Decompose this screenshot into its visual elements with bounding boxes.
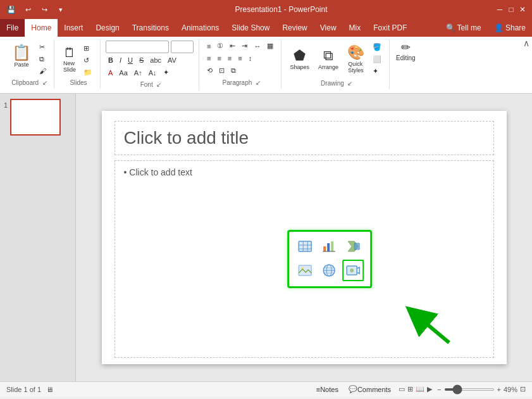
menu-slideshow[interactable]: Slide Show [225,19,276,37]
menu-review[interactable]: Review [276,19,313,37]
presenter-view-button[interactable]: ▶ [427,385,432,393]
slide-thumbnail[interactable] [10,99,61,136]
content-placeholder-text: Click to add text [129,167,192,177]
shapes-button[interactable]: ⬟ Shapes [287,41,312,77]
close-button[interactable]: ✕ [518,5,527,14]
section-button[interactable]: 📁 [81,67,95,78]
menu-foxit[interactable]: Foxit PDF [367,19,413,37]
copy-button[interactable]: ⧉ [37,54,49,65]
menu-transitions[interactable]: Transitions [126,19,175,37]
slide-sorter-button[interactable]: ⊞ [407,385,413,393]
menu-insert[interactable]: Insert [58,19,89,37]
slide-canvas[interactable]: Click to add title • Click to add text [102,111,507,364]
zoom-in-button[interactable]: + [497,386,501,393]
bold-button[interactable]: B [106,55,116,65]
line-spacing-button[interactable]: ↕ [246,53,255,63]
normal-view-button[interactable]: ▭ [399,385,405,393]
decrease-indent-button[interactable]: ⇤ [227,41,238,51]
menu-file[interactable]: File [0,19,25,37]
text-direction-button[interactable]: ⟲ [204,65,215,76]
view-controls: ▭ ⊞ 📖 ▶ [399,385,432,393]
reset-button[interactable]: ↺ [81,55,95,66]
align-text-button[interactable]: ⊡ [216,65,227,76]
paste-label: Paste [14,61,28,68]
new-slide-button[interactable]: 🗒 NewSlide [59,41,80,78]
font-color-button[interactable]: A [106,68,115,78]
notes-button[interactable]: ≡ Notes [314,384,341,395]
save-qat-button[interactable]: 💾 [5,3,18,16]
effects-button[interactable]: ✦ [370,66,384,77]
rtl-button[interactable]: ↔ [251,41,263,51]
menu-design[interactable]: Design [89,19,125,37]
share-button[interactable]: 👤 Share [488,19,532,37]
comments-label: Comments [357,386,391,393]
align-center-button[interactable]: ≡ [214,53,223,63]
slide-layout-button[interactable]: ⊞ [81,43,95,54]
svg-rect-6 [327,243,330,251]
text-case-button[interactable]: Aa [116,68,130,78]
status-bar: Slide 1 of 1 🖥 ≡ Notes 💬 Comments ▭ ⊞ 📖 … [0,381,532,396]
text-shadow-button[interactable]: abc [147,55,164,65]
justify-button[interactable]: ≡ [235,53,244,63]
zoom-slider[interactable] [444,388,495,391]
underline-button[interactable]: U [125,55,135,65]
maximize-button[interactable]: □ [507,5,516,14]
app-title: Presentation1 - PowerPoint [67,5,495,14]
minimize-button[interactable]: ─ [495,5,504,14]
italic-button[interactable]: I [117,55,124,65]
undo-qat-button[interactable]: ↩ [22,3,34,16]
align-right-button[interactable]: ≡ [225,53,234,63]
columns-button[interactable]: ▦ [264,41,276,51]
redo-qat-button[interactable]: ↪ [38,3,51,16]
insert-table-button[interactable] [294,236,316,257]
menu-bar: File Home Insert Design Transitions Anim… [0,19,532,37]
strikethrough-button[interactable]: S [137,55,146,65]
menu-view[interactable]: View [314,19,343,37]
menu-mix[interactable]: Mix [343,19,368,37]
comments-button[interactable]: 💬 Comments [346,384,393,395]
insert-online-picture-button[interactable] [318,260,340,281]
arrange-label: Arrange [318,64,338,70]
customize-qat-button[interactable]: ▾ [54,3,67,16]
numbering-button[interactable]: ① [214,41,226,51]
increase-font-button[interactable]: A↑ [132,68,145,78]
font-size-input[interactable] [171,41,194,53]
quick-styles-button[interactable]: 🎨 QuickStyles [344,41,368,77]
editing-section[interactable]: ✏ Editing [392,39,419,63]
arrange-button[interactable]: ⧉ Arrange [315,41,342,77]
slide-thumb-wrapper: 1 [4,99,71,136]
reading-view-button[interactable]: 📖 [416,385,424,393]
title-bar-left: 💾 ↩ ↪ ▾ [5,3,67,16]
decrease-font-button[interactable]: A↓ [146,68,159,78]
svg-point-19 [350,269,354,272]
font-name-input[interactable] [106,41,169,53]
zoom-level[interactable]: 49% [504,386,517,393]
tell-me-button[interactable]: 🔍 Tell me [440,19,488,37]
insert-video-button[interactable] [342,260,364,281]
increase-indent-button[interactable]: ⇥ [239,41,250,51]
outline-button[interactable]: ⬜ [370,54,384,65]
new-slide-label: NewSlide [63,60,76,73]
collapse-ribbon-button[interactable]: ∧ [523,38,529,48]
paste-button[interactable]: 📋 Paste [8,41,35,71]
char-spacing-button[interactable]: AV [165,55,179,65]
menu-home[interactable]: Home [25,19,58,37]
fill-color-button[interactable]: 🪣 [370,42,384,53]
fit-slide-button[interactable]: ⊡ [520,385,526,393]
format-painter-button[interactable]: 🖌 [37,66,49,76]
insert-picture-button[interactable] [294,260,316,281]
zoom-out-button[interactable]: − [437,386,441,393]
align-left-button[interactable]: ≡ [204,53,213,63]
bullets-button[interactable]: ≡ [204,41,213,51]
clear-format-button[interactable]: ✦ [161,67,171,78]
slide-content-placeholder[interactable]: • Click to add text [114,160,494,358]
font-group: B I U S abc AV A Aa A↑ A↓ ✦ Font ↙ [103,39,199,91]
menu-animations[interactable]: Animations [175,19,225,37]
cut-button[interactable]: ✂ [37,42,49,53]
convert-to-smartart-button[interactable]: ⧉ [228,65,238,76]
insert-smartart-button[interactable] [342,236,364,257]
paragraph-label: Paragraph ↙ [202,79,281,86]
insert-chart-button[interactable] [318,236,340,257]
slide-title-placeholder[interactable]: Click to add title [114,121,494,155]
svg-line-21 [411,311,449,343]
